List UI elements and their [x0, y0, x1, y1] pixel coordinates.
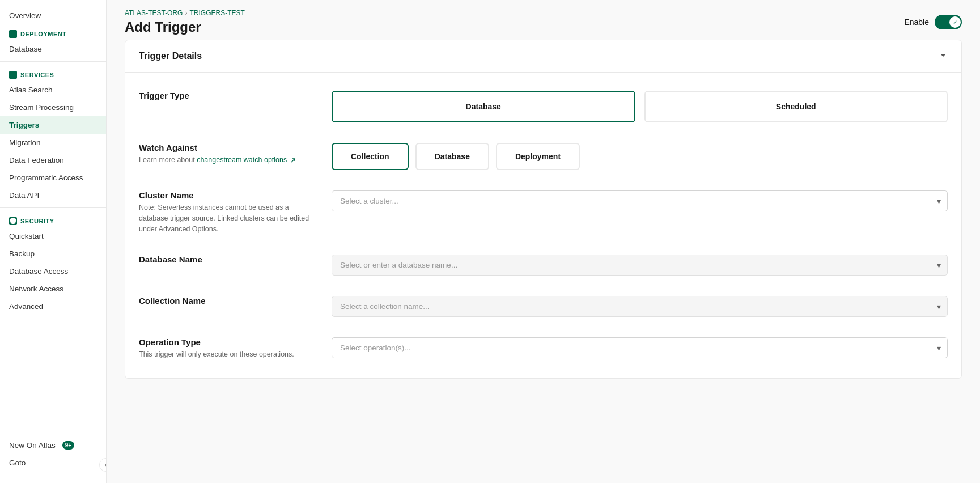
sidebar-item-overview[interactable]: Overview	[0, 7, 106, 24]
sidebar-item-data-federation[interactable]: Data Federation	[0, 151, 106, 169]
services-icon	[9, 71, 17, 79]
trigger-type-label-col: Trigger Type	[139, 91, 332, 103]
content-area: Trigger Details Trigger Type Database Sc…	[107, 40, 980, 406]
watch-against-row: Watch Against Learn more about changestr…	[139, 143, 948, 170]
page-title: Add Trigger	[125, 19, 245, 35]
collection-name-row: Collection Name Select a collection name…	[139, 296, 948, 317]
enable-toggle[interactable]: ✓	[935, 15, 962, 29]
watch-against-control: Collection Database Deployment	[332, 143, 948, 170]
collection-placeholder: Select a collection name...	[340, 302, 430, 311]
trigger-details-title: Trigger Details	[139, 51, 202, 61]
stream-processing-label: Stream Processing	[9, 103, 74, 112]
trigger-type-database-button[interactable]: Database	[332, 91, 635, 122]
sidebar-item-migration[interactable]: Migration	[0, 134, 106, 151]
cluster-name-control: Select a cluster...	[332, 190, 948, 211]
cluster-name-label-col: Cluster Name Note: Serverless instances …	[139, 190, 332, 234]
database-dropdown-wrapper: Select or enter a database name...	[332, 255, 948, 276]
breadcrumb-project: TRIGGERS-TEST	[189, 9, 244, 17]
chevron-down-icon	[939, 50, 948, 62]
sidebar-item-goto[interactable]: Goto	[0, 454, 106, 472]
goto-label: Goto	[9, 459, 26, 467]
enable-label: Enable	[904, 18, 929, 27]
triggers-label: Triggers	[9, 121, 39, 129]
sidebar-item-database-access[interactable]: Database Access	[0, 262, 106, 280]
cluster-name-desc: Note: Serverless instances cannot be use…	[139, 202, 313, 234]
trigger-details-card: Trigger Details Trigger Type Database Sc…	[125, 40, 962, 379]
watch-against-buttons: Collection Database Deployment	[332, 143, 948, 170]
trigger-type-row: Trigger Type Database Scheduled	[139, 91, 948, 122]
new-on-atlas-label: New On Atlas	[9, 441, 56, 450]
watch-against-label: Watch Against	[139, 143, 313, 152]
sidebar-item-database[interactable]: Database	[0, 40, 106, 58]
watch-desc-prefix: Learn more about	[139, 156, 197, 164]
breadcrumb-org: ATLAS-TEST-ORG	[125, 9, 183, 17]
sidebar-item-new-on-atlas[interactable]: New On Atlas 9+	[0, 437, 106, 454]
operation-type-row: Operation Type This trigger will only ex…	[139, 337, 948, 360]
cluster-dropdown[interactable]: Select a cluster...	[332, 190, 948, 211]
trigger-type-buttons: Database Scheduled	[332, 91, 948, 122]
cluster-name-row: Cluster Name Note: Serverless instances …	[139, 190, 948, 234]
database-access-label: Database Access	[9, 267, 68, 276]
new-on-atlas-badge: 9+	[62, 441, 74, 450]
operation-type-label: Operation Type	[139, 337, 313, 347]
sidebar-item-overview-label: Overview	[9, 11, 41, 20]
sidebar-item-quickstart[interactable]: Quickstart	[0, 227, 106, 245]
migration-label: Migration	[9, 138, 41, 147]
trigger-type-scheduled-button[interactable]: Scheduled	[644, 91, 948, 122]
database-placeholder: Select or enter a database name...	[340, 261, 457, 269]
trigger-type-label: Trigger Type	[139, 91, 313, 100]
breadcrumb-separator: ›	[185, 9, 187, 17]
deployment-icon	[9, 30, 17, 38]
database-dropdown[interactable]: Select or enter a database name...	[332, 255, 948, 276]
watch-against-label-col: Watch Against Learn more about changestr…	[139, 143, 332, 166]
operation-dropdown-wrapper: Select operation(s)...	[332, 337, 948, 358]
collection-dropdown[interactable]: Select a collection name...	[332, 296, 948, 317]
sidebar-item-data-api[interactable]: Data API	[0, 187, 106, 204]
sidebar-item-stream-processing[interactable]: Stream Processing	[0, 99, 106, 116]
sidebar-item-database-label: Database	[9, 45, 42, 53]
sidebar-section-services: SERVICES	[0, 65, 106, 81]
advanced-label: Advanced	[9, 302, 43, 311]
network-access-label: Network Access	[9, 285, 63, 293]
main-content: ATLAS-TEST-ORG › TRIGGERS-TEST Add Trigg…	[107, 0, 980, 483]
trigger-details-header[interactable]: Trigger Details	[125, 40, 961, 73]
sidebar-item-backup[interactable]: Backup	[0, 245, 106, 262]
collection-name-label-col: Collection Name	[139, 296, 332, 308]
cluster-placeholder: Select a cluster...	[340, 197, 398, 205]
watch-collection-button[interactable]: Collection	[332, 143, 409, 170]
page-header: ATLAS-TEST-ORG › TRIGGERS-TEST Add Trigg…	[125, 9, 245, 35]
database-name-row: Database Name Select or enter a database…	[139, 255, 948, 276]
enable-section: Enable ✓	[904, 15, 962, 29]
programmatic-access-label: Programmatic Access	[9, 173, 83, 182]
sidebar-item-atlas-search[interactable]: Atlas Search	[0, 81, 106, 99]
operation-dropdown[interactable]: Select operation(s)...	[332, 337, 948, 358]
collection-dropdown-wrapper: Select a collection name...	[332, 296, 948, 317]
breadcrumb: ATLAS-TEST-ORG › TRIGGERS-TEST	[125, 9, 245, 17]
watch-desc-link[interactable]: changestream watch options	[197, 156, 287, 164]
sidebar-item-network-access[interactable]: Network Access	[0, 280, 106, 298]
watch-deployment-button[interactable]: Deployment	[496, 143, 580, 170]
collection-name-label: Collection Name	[139, 296, 313, 306]
trigger-details-body: Trigger Type Database Scheduled Watch Ag…	[125, 73, 961, 378]
collection-name-control: Select a collection name...	[332, 296, 948, 317]
topbar: ATLAS-TEST-ORG › TRIGGERS-TEST Add Trigg…	[107, 0, 980, 40]
atlas-search-label: Atlas Search	[9, 86, 53, 94]
quickstart-label: Quickstart	[9, 232, 44, 240]
check-icon: ✓	[953, 19, 957, 26]
sidebar-section-deployment: DEPLOYMENT	[0, 24, 106, 40]
sidebar-item-triggers[interactable]: Triggers	[0, 116, 106, 134]
database-name-control: Select or enter a database name...	[332, 255, 948, 276]
cluster-name-label: Cluster Name	[139, 190, 313, 200]
cluster-dropdown-wrapper: Select a cluster...	[332, 190, 948, 211]
security-icon	[9, 217, 17, 225]
sidebar-item-programmatic-access[interactable]: Programmatic Access	[0, 169, 106, 187]
sidebar-item-advanced[interactable]: Advanced	[0, 298, 106, 315]
trigger-type-control: Database Scheduled	[332, 91, 948, 122]
operation-type-label-col: Operation Type This trigger will only ex…	[139, 337, 332, 360]
operation-type-control: Select operation(s)...	[332, 337, 948, 358]
database-name-label: Database Name	[139, 255, 313, 264]
data-api-label: Data API	[9, 191, 39, 200]
operation-type-desc: This trigger will only execute on these …	[139, 349, 313, 360]
sidebar-section-security: SECURITY	[0, 211, 106, 227]
watch-database-button[interactable]: Database	[415, 143, 489, 170]
